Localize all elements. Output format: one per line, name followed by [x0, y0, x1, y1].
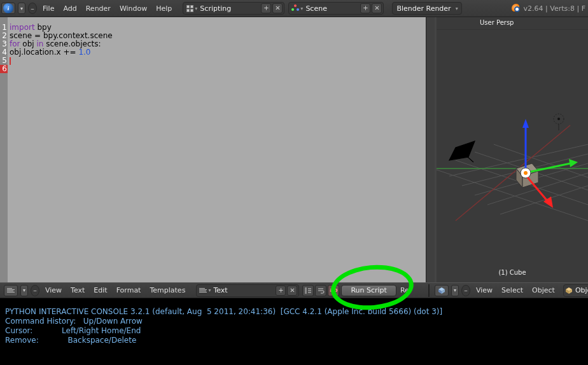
main-area: 1 2 3 4 5 6 import bpy scene = bpy.conte… [0, 17, 588, 282]
menu-object[interactable]: Object [532, 286, 555, 294]
layout-browse-icon[interactable] [185, 3, 195, 13]
run-script-button[interactable]: Run Script [341, 285, 396, 296]
python-console[interactable]: PYTHON INTERACTIVE CONSOLE 3.2.1 (defaul… [0, 298, 588, 365]
scene-field[interactable]: ▾ Scene + ✕ [288, 2, 384, 15]
text-datablock-field[interactable]: ▾ Text + ✕ [196, 284, 299, 297]
register-label[interactable]: Re [400, 286, 409, 294]
scene-browse-icon[interactable] [290, 3, 300, 13]
menu-view[interactable]: View [45, 286, 62, 294]
text-cursor [10, 57, 11, 65]
svg-line-5 [437, 170, 588, 221]
view3d-header: ▾ – View Select Object Obje [428, 284, 588, 297]
text-unlink-button[interactable]: ✕ [287, 286, 297, 296]
menu-add[interactable]: Add [63, 4, 76, 13]
text-editor-area: 1 2 3 4 5 6 import bpy scene = bpy.conte… [0, 17, 437, 282]
line-numbers-toggle[interactable] [302, 285, 314, 296]
svg-marker-20 [522, 119, 529, 128]
syntax-highlight-toggle[interactable]: ab [328, 285, 339, 296]
line-number-gutter: 1 2 3 4 5 6 [0, 17, 8, 282]
view3d-editor-type-icon[interactable] [435, 285, 449, 296]
blender-logo-icon [512, 4, 521, 13]
scene-delete-button[interactable]: ✕ [372, 3, 382, 13]
menu-text[interactable]: Text [71, 286, 85, 294]
collapse-menu-icon[interactable]: – [28, 3, 37, 14]
scene-add-button[interactable]: + [360, 3, 370, 13]
menu-format[interactable]: Format [116, 286, 141, 294]
mode-dropdown[interactable]: Obje [563, 284, 588, 297]
version-info: v2.64 | Verts:8 | F [512, 4, 586, 13]
viewport-canvas[interactable]: z y [437, 30, 588, 267]
menu-edit[interactable]: Edit [94, 286, 107, 294]
layout-add-button[interactable]: + [261, 3, 271, 13]
menu-help[interactable]: Help [156, 4, 172, 13]
svg-point-12 [557, 118, 560, 120]
mode-label: Obje [573, 286, 588, 294]
menu-render[interactable]: Render [86, 4, 111, 13]
editor-type-dropdown-icon[interactable]: ▾ [18, 3, 25, 14]
render-engine-label: Blender Render [394, 4, 453, 13]
editor-headers-row: ▾ – View Text Edit Format Templates ▾ Te… [0, 282, 588, 298]
text-browse-icon[interactable] [198, 286, 208, 296]
svg-line-21 [531, 163, 570, 172]
collapse-menu-icon[interactable]: – [461, 285, 470, 296]
viewport-scene: z y [437, 30, 588, 246]
viewport-3d: + User Persp [437, 17, 588, 282]
text-add-button[interactable]: + [276, 286, 286, 296]
menu-window[interactable]: Window [120, 4, 147, 13]
info-editor-type-icon[interactable]: i [1, 3, 15, 14]
info-header: i ▾ – File Add Render Window Help ▾ Scri… [0, 0, 588, 17]
editor-type-dropdown-icon[interactable]: ▾ [451, 285, 459, 296]
layout-delete-button[interactable]: ✕ [272, 3, 283, 13]
text-editor-scrollbar[interactable] [426, 17, 435, 282]
svg-marker-9 [449, 141, 475, 160]
code-text-area[interactable]: import bpy scene = bpy.context.scene for… [8, 17, 426, 282]
chevron-down-icon: ▾ [456, 6, 458, 11]
collapse-menu-icon[interactable]: – [31, 285, 39, 296]
viewport-perspective-label: User Persp [480, 19, 514, 26]
editor-type-dropdown-icon[interactable]: ▾ [20, 285, 28, 296]
scene-name[interactable]: Scene [303, 4, 359, 13]
render-engine-dropdown[interactable]: Blender Render ▾ [392, 2, 461, 15]
menu-file[interactable]: File [43, 4, 54, 13]
svg-rect-30 [305, 287, 307, 294]
svg-point-18 [524, 171, 528, 175]
layout-name[interactable]: Scripting [197, 4, 260, 13]
lamp-object[interactable] [554, 114, 564, 130]
svg-marker-22 [569, 159, 578, 167]
menu-templates[interactable]: Templates [150, 286, 185, 294]
screen-layout-field[interactable]: ▾ Scripting + ✕ [183, 2, 284, 15]
menu-view[interactable]: View [476, 286, 493, 294]
word-wrap-toggle[interactable] [315, 285, 326, 296]
info-icon: i [3, 3, 13, 13]
viewport-object-label: (1) Cube [437, 267, 588, 282]
text-editor-header: ▾ – View Text Edit Format Templates ▾ Te… [0, 284, 428, 297]
menu-select[interactable]: Select [501, 286, 523, 294]
text-editor-type-icon[interactable] [4, 285, 18, 296]
camera-object[interactable] [449, 141, 475, 162]
text-datablock-name[interactable]: Text [211, 286, 274, 294]
